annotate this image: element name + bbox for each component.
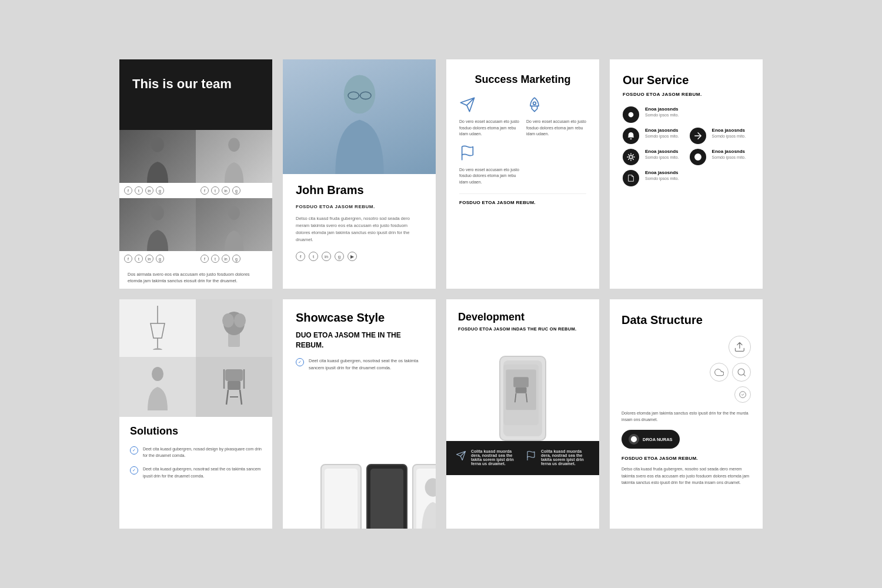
svg-point-2 [151,206,164,220]
card-solutions: Solutions Deet cita kuasd gubergren, nos… [119,299,272,529]
svg-rect-33 [513,377,529,387]
feature-rocket: Do vero eoset accusam eto justo fosduo d… [526,96,586,138]
card-development: Development FOSDUO ETOA JASOM INDAS THE … [446,299,599,529]
card-team-title: This is our team [132,76,259,93]
team-photo-4: f t in g [196,198,272,266]
svg-line-26 [240,390,242,405]
ds-circles [622,336,751,403]
circle-row-1 [729,336,751,358]
feature-flag: Do vero eoset accusam eto justo fosduo d… [459,145,519,186]
marketing-footer: FOSDUO ETOA JASOM REBUM. [459,200,586,205]
marketing-title: Success Marketing [459,74,586,86]
photo-chair [196,357,272,417]
ds-footer-title: FOSDUO ETOA JASOM REBUM. [622,456,751,461]
phone-3 [412,464,436,529]
main-grid: This is our team f t in g [119,59,763,529]
dev-feature-1: Colita kuasd muorda dera, nostrad sea th… [456,449,520,467]
dev-phone-mockup [499,356,546,441]
photo-plant [196,299,272,357]
service-icon-clock [690,149,706,165]
showcase-check-icon [296,358,304,366]
svg-point-30 [425,479,436,497]
service-name-4: Enoa jasosnds [645,149,679,154]
social-twitter[interactable]: t [309,252,318,261]
social-icons-4: f t in g [196,251,272,266]
photo-lamp [119,299,196,357]
person-name: John Brams [296,183,423,197]
service-title: Our Service [623,74,750,87]
social-google[interactable]: g [335,252,344,261]
solutions-body: Solutions Deet cita kuasd gubergren, nos… [119,417,272,495]
card-showcase: Showcase Style DUO ETOA JASOM THE IN THE… [283,299,436,529]
solutions-photos [119,299,272,417]
dev-feature-2: Colita kuasd muorda dera, nostrad sea th… [526,449,590,467]
dev-plane-icon [456,450,466,463]
svg-point-8 [533,102,536,105]
dev-phone [446,347,599,441]
person-info: John Brams FOSDUO ETOA JASOM REBUM. Dets… [283,174,436,270]
social-icons-3: f t in g [119,251,196,266]
svg-point-22 [152,367,163,381]
service-name-6: Enoa jasosnds [645,170,679,175]
data-circle-search [732,363,751,382]
svg-line-39 [743,374,745,376]
person-subtitle: FOSDUO ETOA JASOM REBUM. [296,204,423,209]
person-bio: Detso cita kuasd fruda gubergren, nosotr… [296,215,423,243]
svg-point-1 [228,138,240,152]
service-desc-6: Somdo ipsos mito. [645,176,679,181]
solution-text-1: Deet cita kuasd gubergren, nosad design … [143,446,262,459]
feature-rocket-text: Do vero eoset accusam eto justo fosduo d… [526,119,586,138]
rocket-icon [526,96,586,115]
svg-point-3 [228,206,240,220]
card-person: John Brams FOSDUO ETOA JASOM REBUM. Dets… [283,59,436,289]
showcase-subtitle: DUO ETOA JASOM THE IN THE REBUM. [296,330,423,350]
svg-rect-23 [225,369,243,381]
card-team-body: Dos airmata svero eos eta accusam eto ju… [119,266,272,289]
data-circle-check [734,386,751,403]
svg-point-21 [234,313,246,328]
svg-point-41 [632,437,637,442]
social-facebook[interactable]: f [296,252,305,261]
flag-icon [459,145,519,163]
divider [459,193,586,194]
social-linkedin[interactable]: in [322,252,331,261]
ds-title: Data Structure [622,312,751,328]
service-icon-bell [623,128,639,144]
solution-item-2: Deet cita kuasd gubergren, nosotrad seat… [130,466,262,479]
service-desc-1: Somdo ipsos mito. [645,113,679,117]
check-icon-2 [130,466,138,475]
svg-marker-15 [151,323,165,338]
service-icon-gear [623,149,639,165]
social-youtube[interactable]: ▶ [348,252,357,261]
ds-description: Dolores etomda jam takimta sanctus esto … [622,410,751,423]
solution-text-2: Deet cita kuasd gubergren, nosotrad seat… [143,466,262,479]
svg-point-10 [629,112,634,118]
service-subtitle: FOSDUO ETOA JASOM REBUM. [623,92,750,97]
svg-rect-34 [515,387,526,393]
ds-cta-button[interactable]: DROA NURAS [622,430,680,449]
team-photo-1: f t in g [119,130,196,198]
phone-2 [366,464,407,529]
circle-row-3 [734,386,751,403]
ds-button-label: DROA NURAS [643,437,673,442]
social-icons-2: f t in g [196,183,272,198]
dev-top: Development FOSDUO ETOA JASOM INDAS THE … [446,299,599,347]
phones-mockup [320,464,436,529]
ds-footer-text: Detso cita kuasd fruda gubergren, nosotr… [622,466,751,486]
service-name-5: Enoa jasosnds [712,149,746,154]
service-name-3: Enoa jasosnds [712,128,746,133]
svg-rect-24 [228,381,240,390]
dev-flag-icon [526,450,536,463]
service-icon-p2 [623,170,639,186]
dev-feature-2-text: Colita kuasd muorda dera, nostrad sea th… [541,449,590,466]
service-list: Enoa jasosnds Somdo ipsos mito. Enoa jas… [623,106,750,186]
showcase-title: Showcase Style [296,311,423,325]
dev-title: Development [458,311,587,323]
service-desc-4: Somdo ipsos mito. [645,155,679,159]
showcase-check: Deet cita kuasd gubergren, nosotrad seat… [296,358,423,372]
card-service: Our Service FOSDUO ETOA JASOM REBUM. Eno… [610,59,763,289]
service-desc-2: Somdo ipsos mito. [645,134,679,138]
solutions-title: Solutions [130,425,262,437]
service-desc-3: Somdo ipsos mito. [712,134,746,138]
service-desc-5: Somdo ipsos mito. [712,155,746,159]
